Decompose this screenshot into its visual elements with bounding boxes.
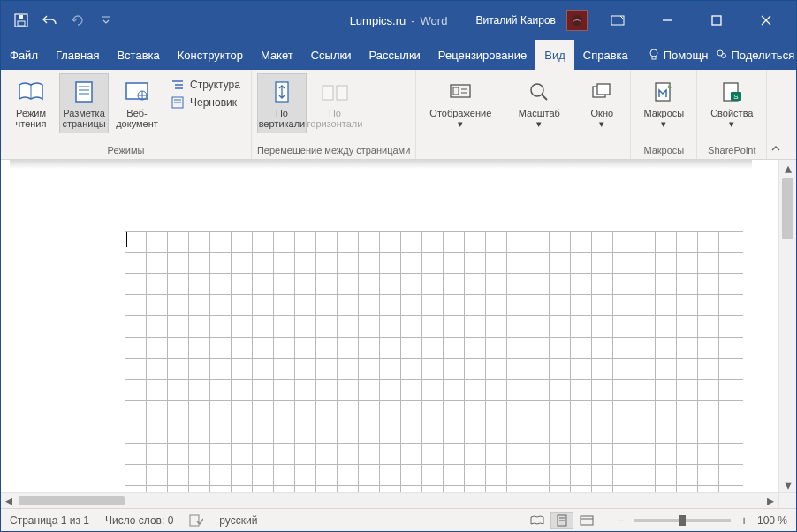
web-layout-view-button[interactable] <box>575 512 598 529</box>
status-language[interactable]: русский <box>219 514 257 527</box>
maximize-button[interactable] <box>697 1 736 40</box>
quick-access-toolbar <box>1 12 114 28</box>
chevron-up-icon <box>770 143 781 154</box>
group-label-sharepoint: SharePoint <box>702 143 761 159</box>
draft-button[interactable]: Черновик <box>165 95 246 110</box>
svg-rect-36 <box>597 84 610 95</box>
text-cursor <box>126 232 127 247</box>
zoom-in-button[interactable]: + <box>738 513 750 528</box>
zoom-icon <box>525 78 553 106</box>
show-icon <box>446 78 474 106</box>
tab-mailings[interactable]: Рассылки <box>360 40 429 70</box>
chevron-down-icon: ▾ <box>661 118 666 129</box>
undo-icon[interactable] <box>42 12 57 28</box>
vertical-scroll-thumb[interactable] <box>782 178 793 239</box>
scroll-up-button[interactable]: ▴ <box>779 160 796 176</box>
horizontal-scroll-thumb[interactable] <box>19 496 125 505</box>
svg-rect-37 <box>656 83 670 101</box>
vertical-icon <box>268 78 296 106</box>
zoom-out-button[interactable]: − <box>614 513 626 528</box>
outline-button[interactable]: Структура <box>165 77 246 93</box>
svg-line-34 <box>542 95 547 100</box>
app-window: Lumpics.ru - Word Виталий Каиров Файл <box>0 0 797 532</box>
svg-rect-8 <box>652 57 656 59</box>
tab-home[interactable]: Главная <box>47 40 108 70</box>
web-layout-button[interactable]: Веб-документ <box>112 73 162 133</box>
window-title: Lumpics.ru - Word <box>350 14 448 27</box>
show-button[interactable]: Отображение▾ <box>421 73 499 133</box>
save-icon[interactable] <box>13 12 29 28</box>
window-button[interactable]: Окно▾ <box>579 73 625 133</box>
workspace: ▴ ▾ <box>1 160 796 492</box>
status-page[interactable]: Страница 1 из 1 <box>10 514 89 527</box>
print-layout-button[interactable]: Разметкастраницы <box>59 73 109 133</box>
chevron-down-icon: ▾ <box>729 118 734 129</box>
scrollbar-corner <box>778 492 796 508</box>
title-bar: Lumpics.ru - Word Виталий Каиров <box>1 1 796 40</box>
tab-design[interactable]: Конструктор <box>169 40 252 70</box>
zoom-button[interactable]: Масштаб▾ <box>511 73 567 133</box>
group-page-movement: Повертикали Погоризонтали Перемещение ме… <box>252 70 416 159</box>
group-macros: Макросы▾ Макросы <box>631 70 697 159</box>
tab-references[interactable]: Ссылки <box>302 40 361 70</box>
title-separator: - <box>411 14 414 27</box>
svg-text:S: S <box>734 93 739 101</box>
spellcheck-icon[interactable] <box>189 514 203 527</box>
read-mode-icon <box>17 78 45 106</box>
share-icon <box>715 49 727 61</box>
zoom-slider-knob[interactable] <box>679 515 686 526</box>
tab-view[interactable]: Вид <box>535 40 574 70</box>
ribbon-display-options[interactable] <box>598 1 637 40</box>
horizontal-scrollbar[interactable]: ◂ ▸ <box>1 492 778 508</box>
tell-me-button[interactable]: Помощн <box>648 49 709 62</box>
document-page[interactable] <box>125 231 743 492</box>
tab-file[interactable]: Файл <box>1 40 47 70</box>
print-layout-icon <box>70 78 98 106</box>
svg-rect-16 <box>126 83 148 99</box>
macros-button[interactable]: Макросы▾ <box>636 73 691 133</box>
qat-dropdown-icon[interactable] <box>98 12 114 28</box>
read-mode-button[interactable]: Режимчтения <box>6 73 56 133</box>
zoom-slider[interactable] <box>634 519 731 522</box>
window-icon <box>588 78 616 106</box>
horizontal-button: Погоризонтали <box>310 73 360 133</box>
tab-help[interactable]: Справка <box>574 40 637 70</box>
group-label-macros: Макросы <box>636 143 691 159</box>
redo-icon[interactable] <box>70 12 86 28</box>
svg-rect-28 <box>337 86 347 100</box>
user-area: Виталий Каиров <box>475 1 796 40</box>
collapse-ribbon-button[interactable] <box>767 70 785 159</box>
document-area[interactable] <box>1 160 778 492</box>
properties-button[interactable]: S Свойства▾ <box>702 73 761 133</box>
minimize-button[interactable] <box>648 1 687 40</box>
view-mode-buttons <box>526 512 598 529</box>
svg-rect-27 <box>323 86 333 100</box>
group-zoom: Масштаб▾ <box>505 70 573 159</box>
outline-icon <box>171 79 185 91</box>
draft-icon <box>171 96 185 109</box>
scroll-right-button[interactable]: ▸ <box>763 492 778 509</box>
zoom-value[interactable]: 100 % <box>757 514 787 527</box>
gridlines <box>125 231 743 492</box>
scroll-left-button[interactable]: ◂ <box>1 492 17 509</box>
svg-point-33 <box>531 84 543 96</box>
svg-rect-45 <box>581 516 593 525</box>
vertical-scrollbar[interactable]: ▴ ▾ <box>778 160 796 492</box>
tab-review[interactable]: Рецензирование <box>429 40 535 70</box>
read-mode-view-button[interactable] <box>526 512 549 529</box>
app-name: Word <box>421 14 448 27</box>
sharepoint-icon: S <box>717 78 746 106</box>
group-label-page-movement: Перемещение между страницами <box>257 143 410 159</box>
close-button[interactable] <box>747 1 786 40</box>
user-name: Виталий Каиров <box>475 14 556 27</box>
avatar[interactable] <box>566 10 588 31</box>
tab-layout[interactable]: Макет <box>252 40 302 70</box>
chevron-down-icon: ▾ <box>458 118 463 129</box>
vertical-button[interactable]: Повертикали <box>257 73 307 133</box>
share-button[interactable]: Поделиться <box>715 49 794 62</box>
group-show: Отображение▾ <box>416 70 505 159</box>
scroll-down-button[interactable]: ▾ <box>779 476 796 492</box>
print-layout-view-button[interactable] <box>550 512 573 529</box>
tab-insert[interactable]: Вставка <box>108 40 168 70</box>
status-word-count[interactable]: Число слов: 0 <box>105 514 173 527</box>
